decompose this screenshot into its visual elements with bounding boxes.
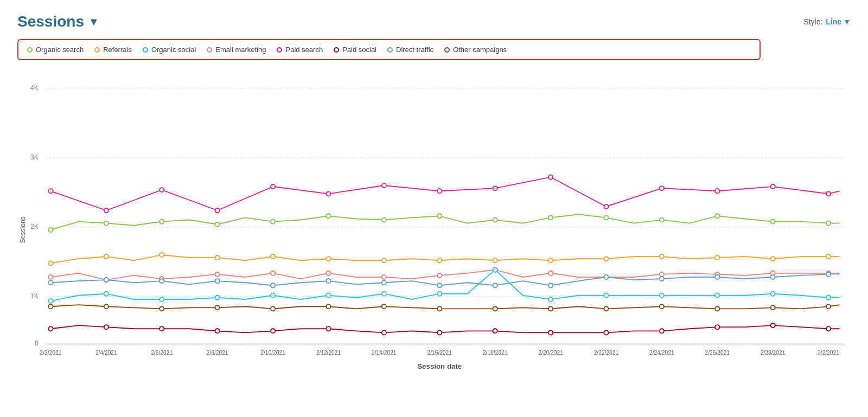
- svg-point-25: [826, 191, 831, 196]
- legend-dot: [334, 47, 339, 53]
- legend-dot: [277, 47, 282, 53]
- title-text: Sessions: [17, 13, 84, 30]
- legend-item[interactable]: Direct traffic: [387, 46, 433, 54]
- page-title[interactable]: Sessions ▼: [17, 13, 99, 30]
- svg-point-75: [271, 283, 275, 287]
- svg-point-124: [493, 329, 497, 333]
- svg-point-106: [326, 304, 330, 309]
- svg-point-95: [548, 297, 553, 301]
- svg-point-96: [604, 293, 608, 298]
- svg-point-33: [437, 214, 442, 218]
- svg-text:3/2/2021: 3/2/2021: [818, 350, 839, 356]
- svg-text:2/26/2021: 2/26/2021: [705, 350, 730, 356]
- legend-item[interactable]: Paid social: [334, 46, 376, 54]
- svg-point-94: [493, 268, 497, 272]
- svg-point-50: [548, 258, 553, 262]
- svg-point-35: [548, 215, 553, 220]
- svg-point-79: [493, 283, 497, 287]
- svg-point-55: [826, 254, 831, 259]
- svg-point-56: [48, 275, 53, 279]
- svg-point-114: [771, 305, 775, 310]
- legend-dot: [94, 47, 100, 53]
- svg-text:2/12/2021: 2/12/2021: [316, 350, 341, 356]
- svg-text:2/2/2021: 2/2/2021: [40, 350, 62, 356]
- svg-point-107: [382, 304, 386, 309]
- svg-text:2/18/2021: 2/18/2021: [483, 350, 508, 356]
- svg-point-17: [382, 183, 386, 188]
- svg-point-11: [48, 189, 53, 193]
- legend-item[interactable]: Organic social: [143, 46, 196, 54]
- svg-point-41: [48, 261, 53, 265]
- title-dropdown-icon[interactable]: ▼: [88, 16, 99, 28]
- svg-point-88: [159, 297, 164, 301]
- legend: Organic searchReferralsOrganic socialEma…: [17, 39, 761, 60]
- svg-point-92: [382, 292, 386, 296]
- svg-point-60: [271, 271, 275, 275]
- svg-point-105: [271, 306, 275, 311]
- style-label: Style:: [803, 17, 822, 26]
- svg-point-47: [382, 258, 386, 262]
- svg-point-59: [215, 272, 220, 277]
- svg-point-81: [604, 275, 608, 279]
- svg-point-40: [826, 221, 831, 226]
- svg-text:1K: 1K: [30, 292, 39, 300]
- svg-point-90: [271, 293, 275, 298]
- legend-item[interactable]: Organic search: [27, 46, 84, 54]
- svg-text:2/10/2021: 2/10/2021: [260, 350, 285, 356]
- svg-point-36: [604, 215, 608, 220]
- svg-point-20: [548, 175, 553, 179]
- svg-point-121: [326, 326, 330, 331]
- legend-item[interactable]: Referrals: [94, 46, 132, 54]
- svg-point-126: [604, 330, 608, 335]
- legend-dot: [27, 47, 33, 53]
- legend-label: Other campaigns: [453, 46, 507, 54]
- legend-item[interactable]: Paid search: [277, 46, 323, 54]
- svg-point-49: [493, 258, 497, 262]
- svg-point-28: [159, 220, 164, 224]
- svg-point-103: [159, 306, 164, 311]
- svg-point-27: [104, 221, 108, 226]
- svg-point-130: [826, 326, 831, 331]
- svg-text:2/6/2021: 2/6/2021: [151, 350, 173, 356]
- svg-point-54: [771, 256, 775, 261]
- svg-point-14: [215, 208, 220, 213]
- svg-point-110: [548, 306, 553, 311]
- svg-point-48: [437, 258, 442, 262]
- svg-text:2/22/2021: 2/22/2021: [594, 350, 619, 356]
- svg-point-18: [437, 189, 442, 193]
- svg-point-101: [48, 304, 53, 309]
- svg-text:2/20/2021: 2/20/2021: [538, 350, 563, 356]
- svg-point-24: [771, 184, 775, 189]
- legend-item[interactable]: Email marketing: [207, 46, 266, 54]
- legend-label: Email marketing: [215, 46, 266, 54]
- style-dropdown[interactable]: Line ▼: [826, 17, 851, 26]
- svg-point-43: [159, 253, 164, 257]
- svg-point-91: [326, 293, 330, 298]
- svg-text:Session date: Session date: [417, 362, 462, 370]
- legend-label: Organic search: [36, 46, 84, 54]
- svg-point-63: [437, 273, 442, 278]
- svg-point-120: [271, 329, 275, 333]
- sessions-chart: 4K 3K 2K 1K 0 Sessions: [17, 69, 851, 380]
- svg-point-62: [382, 275, 386, 279]
- svg-point-61: [326, 271, 330, 275]
- legend-label: Organic social: [151, 46, 196, 54]
- svg-point-119: [215, 329, 220, 333]
- svg-point-97: [660, 293, 664, 298]
- svg-point-32: [382, 217, 386, 222]
- legend-item[interactable]: Other campaigns: [444, 46, 507, 54]
- svg-point-19: [493, 186, 497, 190]
- legend-dot: [444, 47, 450, 53]
- svg-point-38: [715, 214, 719, 218]
- legend-label: Direct traffic: [396, 46, 433, 54]
- svg-text:2/4/2021: 2/4/2021: [95, 350, 117, 356]
- svg-point-16: [326, 191, 330, 196]
- style-dropdown-icon: ▼: [843, 17, 851, 26]
- svg-point-113: [715, 306, 719, 311]
- svg-point-12: [104, 208, 108, 213]
- svg-point-23: [715, 189, 719, 193]
- svg-point-115: [826, 304, 831, 309]
- svg-point-98: [715, 293, 719, 298]
- svg-point-99: [771, 292, 775, 296]
- svg-point-78: [437, 283, 442, 287]
